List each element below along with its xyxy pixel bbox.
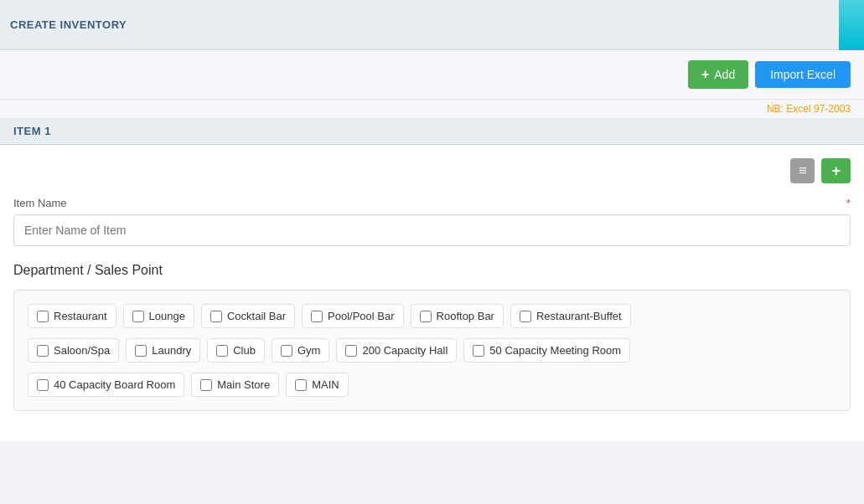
- dept-label-restaurant: Restaurant: [54, 310, 107, 322]
- dept-label-200-capacity: 200 Capacity Hall: [362, 344, 448, 357]
- dept-checkbox-gym[interactable]: [281, 345, 292, 357]
- dept-label-pool-bar: Pool/Pool Bar: [328, 310, 395, 322]
- dept-checkbox-lounge[interactable]: [132, 311, 144, 322]
- dept-item-main-store[interactable]: Main Store: [191, 373, 279, 397]
- dept-item-saloon-spa[interactable]: Saloon/Spa: [28, 338, 119, 363]
- dept-checkbox-saloon-spa[interactable]: [37, 345, 49, 357]
- dept-checkbox-rooftop-bar[interactable]: [420, 311, 432, 322]
- dept-item-restaurant-buffet[interactable]: Restaurant-Buffet: [510, 304, 631, 328]
- dept-checkbox-main-store[interactable]: [200, 379, 212, 391]
- dept-label-lounge: Lounge: [149, 310, 185, 322]
- excel-note: NB: Excel 97-2003: [0, 100, 864, 118]
- department-title: Department / Sales Point: [13, 263, 851, 278]
- dept-label-gym: Gym: [297, 344, 320, 357]
- department-group: Department / Sales Point Restaurant Loun…: [13, 263, 851, 411]
- dept-label-main-store: Main Store: [217, 378, 270, 391]
- dept-label-laundry: Laundry: [152, 344, 191, 357]
- dept-item-pool-bar[interactable]: Pool/Pool Bar: [302, 304, 404, 328]
- dept-item-laundry[interactable]: Laundry: [126, 338, 200, 363]
- dept-checkbox-200-capacity[interactable]: [345, 345, 357, 357]
- dept-row-3: 40 Capacity Board Room Main Store MAIN: [28, 373, 836, 397]
- dept-label-40-capacity: 40 Capacity Board Room: [54, 378, 175, 391]
- dept-label-restaurant-buffet: Restaurant-Buffet: [536, 310, 622, 322]
- dept-item-gym[interactable]: Gym: [272, 338, 329, 363]
- dept-item-restaurant[interactable]: Restaurant: [28, 304, 116, 328]
- required-indicator: *: [846, 197, 851, 209]
- dept-item-club[interactable]: Club: [207, 338, 265, 363]
- dept-label-50-capacity: 50 Capacity Meeting Room: [489, 344, 621, 357]
- item-section: ≡ + Item Name * Department / Sales Point…: [0, 145, 864, 441]
- item-section-header: ITEM 1: [0, 118, 864, 145]
- add-button[interactable]: + Add: [688, 60, 748, 89]
- dept-label-cocktail-bar: Cocktail Bar: [227, 310, 286, 322]
- add-item-button[interactable]: +: [821, 158, 851, 183]
- dept-item-40-capacity[interactable]: 40 Capacity Board Room: [28, 373, 184, 397]
- dept-checkbox-restaurant[interactable]: [37, 311, 49, 322]
- department-container: Restaurant Lounge Cocktail Bar Pool/Pool…: [13, 290, 851, 411]
- dept-label-rooftop-bar: Rooftop Bar: [437, 310, 494, 322]
- item-name-label: Item Name *: [13, 197, 851, 209]
- dept-item-main[interactable]: MAIN: [286, 373, 349, 397]
- item-name-group: Item Name *: [13, 197, 851, 246]
- dept-checkbox-pool-bar[interactable]: [311, 311, 323, 322]
- dept-checkbox-club[interactable]: [216, 345, 228, 357]
- menu-button[interactable]: ≡: [790, 158, 815, 183]
- top-bar: CREATE INVENTORY: [0, 0, 864, 50]
- dept-item-50-capacity[interactable]: 50 Capacity Meeting Room: [463, 338, 630, 363]
- dept-item-200-capacity[interactable]: 200 Capacity Hall: [336, 338, 457, 363]
- item-name-input[interactable]: [13, 214, 851, 246]
- dept-item-rooftop-bar[interactable]: Rooftop Bar: [411, 304, 504, 328]
- add-label: Add: [714, 68, 735, 81]
- dept-label-saloon-spa: Saloon/Spa: [54, 344, 110, 357]
- dept-checkbox-40-capacity[interactable]: [37, 379, 49, 391]
- dept-checkbox-restaurant-buffet[interactable]: [520, 311, 531, 322]
- dept-label-main: MAIN: [312, 378, 339, 391]
- dept-item-lounge[interactable]: Lounge: [123, 304, 194, 328]
- dept-label-club: Club: [233, 344, 256, 357]
- dept-item-cocktail-bar[interactable]: Cocktail Bar: [201, 304, 295, 328]
- accent-bar: [839, 0, 864, 50]
- dept-checkbox-laundry[interactable]: [135, 345, 147, 357]
- dept-row-2: Saloon/Spa Laundry Club Gym 200 Capacity…: [28, 338, 836, 363]
- toolbar: + Add Import Excel: [0, 50, 864, 100]
- dept-row-1: Restaurant Lounge Cocktail Bar Pool/Pool…: [28, 304, 836, 328]
- import-excel-button[interactable]: Import Excel: [755, 61, 851, 88]
- dept-checkbox-cocktail-bar[interactable]: [210, 311, 222, 322]
- dept-checkbox-50-capacity[interactable]: [473, 345, 484, 357]
- page-title: CREATE INVENTORY: [10, 18, 127, 31]
- item-actions: ≡ +: [13, 158, 851, 183]
- plus-icon: +: [701, 67, 709, 82]
- dept-checkbox-main[interactable]: [295, 379, 307, 391]
